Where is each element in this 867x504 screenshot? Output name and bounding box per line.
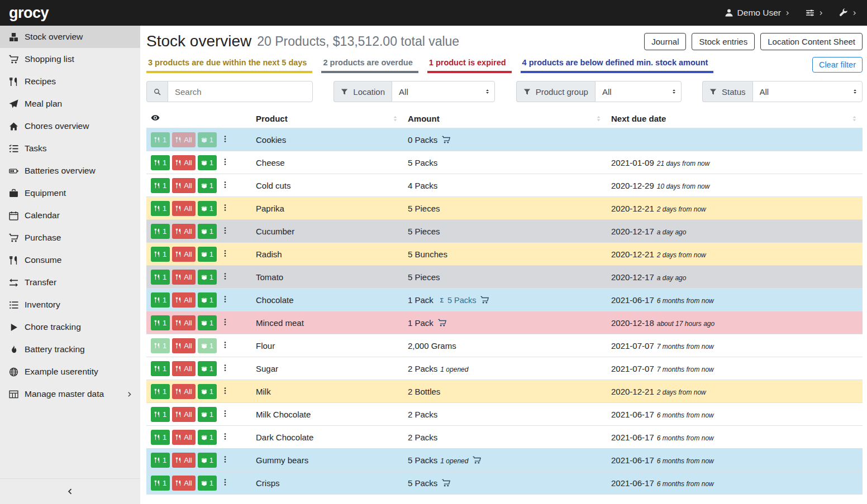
consume-one-button[interactable]: 1	[151, 178, 170, 193]
open-one-button[interactable]: 1	[198, 338, 217, 353]
product-name[interactable]: Tomato	[256, 272, 283, 282]
consume-one-button[interactable]: 1	[151, 361, 170, 376]
consume-all-button[interactable]: All	[172, 384, 195, 399]
consume-one-button[interactable]: 1	[151, 384, 170, 399]
row-menu-button[interactable]	[219, 477, 231, 489]
open-one-button[interactable]: 1	[198, 132, 217, 147]
product-name[interactable]: Crisps	[256, 478, 280, 488]
column-toggle-header[interactable]	[146, 109, 251, 128]
user-menu[interactable]: Demo User	[725, 8, 790, 18]
consume-all-button[interactable]: All	[172, 292, 195, 308]
location-content-sheet-button[interactable]: Location Content Sheet	[760, 33, 863, 50]
status-filter-overdue[interactable]: 2 products are overdue	[321, 56, 418, 73]
row-menu-button[interactable]	[219, 203, 231, 214]
consume-one-button[interactable]: 1	[151, 315, 170, 330]
sidebar-item-transfer[interactable]: Transfer	[0, 271, 140, 294]
open-one-button[interactable]: 1	[198, 315, 217, 330]
sidebar-item-stock-overview[interactable]: Stock overview	[0, 26, 140, 48]
open-one-button[interactable]: 1	[198, 178, 217, 193]
product-name[interactable]: Cucumber	[256, 227, 294, 236]
shopping-cart-icon[interactable]	[473, 456, 481, 464]
sidebar-collapse-button[interactable]	[0, 478, 140, 504]
consume-all-button[interactable]: All	[172, 247, 195, 262]
product-name[interactable]: Milk Chocolate	[256, 410, 311, 419]
consume-one-button[interactable]: 1	[151, 132, 170, 147]
open-one-button[interactable]: 1	[198, 292, 217, 308]
sidebar-item-batteries-overview[interactable]: Batteries overview	[0, 160, 140, 182]
consume-all-button[interactable]: All	[172, 453, 195, 468]
row-menu-button[interactable]	[219, 454, 231, 466]
consume-all-button[interactable]: All	[172, 361, 195, 376]
sidebar-item-example-userentity[interactable]: Example userentity	[0, 361, 140, 383]
row-menu-button[interactable]	[219, 386, 231, 397]
open-one-button[interactable]: 1	[198, 361, 217, 376]
open-one-button[interactable]: 1	[198, 155, 217, 170]
sidebar-item-calendar[interactable]: Calendar	[0, 204, 140, 227]
consume-one-button[interactable]: 1	[151, 224, 170, 239]
row-menu-button[interactable]	[219, 180, 231, 191]
open-one-button[interactable]: 1	[198, 407, 217, 422]
column-header-product[interactable]: Product	[251, 109, 403, 128]
consume-all-button[interactable]: All	[172, 315, 195, 330]
consume-all-button[interactable]: All	[172, 476, 195, 491]
shopping-cart-icon[interactable]	[442, 479, 450, 487]
consume-one-button[interactable]: 1	[151, 430, 170, 445]
row-menu-button[interactable]	[219, 317, 231, 329]
row-menu-button[interactable]	[219, 157, 231, 169]
consume-one-button[interactable]: 1	[151, 247, 170, 262]
consume-all-button[interactable]: All	[172, 224, 195, 239]
product-name[interactable]: Sugar	[256, 364, 278, 373]
consume-all-button[interactable]: All	[172, 201, 195, 216]
consume-one-button[interactable]: 1	[151, 453, 170, 468]
consume-all-button[interactable]: All	[172, 338, 195, 353]
open-one-button[interactable]: 1	[198, 270, 217, 285]
open-one-button[interactable]: 1	[198, 247, 217, 262]
product-name[interactable]: Chocolate	[256, 295, 294, 305]
row-menu-button[interactable]	[219, 134, 231, 146]
row-menu-button[interactable]	[219, 248, 231, 260]
location-select[interactable]: All	[392, 81, 495, 102]
consume-one-button[interactable]: 1	[151, 338, 170, 353]
consume-one-button[interactable]: 1	[151, 292, 170, 308]
consume-all-button[interactable]: All	[172, 155, 195, 170]
open-one-button[interactable]: 1	[198, 384, 217, 399]
row-menu-button[interactable]	[219, 409, 231, 420]
product-name[interactable]: Cold cuts	[256, 181, 291, 190]
consume-all-button[interactable]: All	[172, 132, 195, 147]
product-name[interactable]: Cheese	[256, 158, 285, 167]
status-filter-due-soon[interactable]: 3 products are due within the next 5 day…	[146, 56, 312, 73]
app-logo[interactable]: grocy	[9, 4, 49, 22]
sidebar-item-shopping-list[interactable]: Shopping list	[0, 48, 140, 70]
product-name[interactable]: Gummy bears	[256, 455, 308, 465]
product-name[interactable]: Cookies	[256, 135, 286, 145]
status-filter-below-min-stock[interactable]: 4 products are below defined min. stock …	[521, 56, 714, 73]
clear-filter-button[interactable]: Clear filter	[812, 57, 863, 73]
status-filter-expired[interactable]: 1 product is expired	[427, 56, 512, 73]
consume-one-button[interactable]: 1	[151, 407, 170, 422]
product-name[interactable]: Paprika	[256, 204, 284, 213]
row-menu-button[interactable]	[219, 431, 231, 443]
product-name[interactable]: Minced meat	[256, 318, 304, 328]
product-name[interactable]: Milk	[256, 387, 271, 396]
product-name[interactable]: Flour	[256, 341, 275, 351]
admin-menu[interactable]	[839, 8, 857, 17]
settings-menu[interactable]	[806, 8, 823, 17]
sidebar-item-chore-tracking[interactable]: Chore tracking	[0, 316, 140, 338]
consume-one-button[interactable]: 1	[151, 201, 170, 216]
shopping-cart-icon[interactable]	[480, 296, 489, 304]
search-input[interactable]	[168, 81, 313, 102]
stock-entries-button[interactable]: Stock entries	[692, 33, 755, 50]
row-menu-button[interactable]	[219, 225, 231, 237]
row-menu-button[interactable]	[219, 363, 231, 375]
row-menu-button[interactable]	[219, 294, 231, 306]
open-one-button[interactable]: 1	[198, 224, 217, 239]
row-menu-button[interactable]	[219, 340, 231, 352]
open-one-button[interactable]: 1	[198, 453, 217, 468]
sidebar-item-consume[interactable]: Consume	[0, 249, 140, 271]
product-name[interactable]: Dark Chocolate	[256, 433, 313, 442]
sidebar-item-meal-plan[interactable]: Meal plan	[0, 93, 140, 115]
eye-icon[interactable]	[151, 113, 160, 122]
row-menu-button[interactable]	[219, 271, 231, 283]
open-one-button[interactable]: 1	[198, 476, 217, 491]
consume-one-button[interactable]: 1	[151, 476, 170, 491]
